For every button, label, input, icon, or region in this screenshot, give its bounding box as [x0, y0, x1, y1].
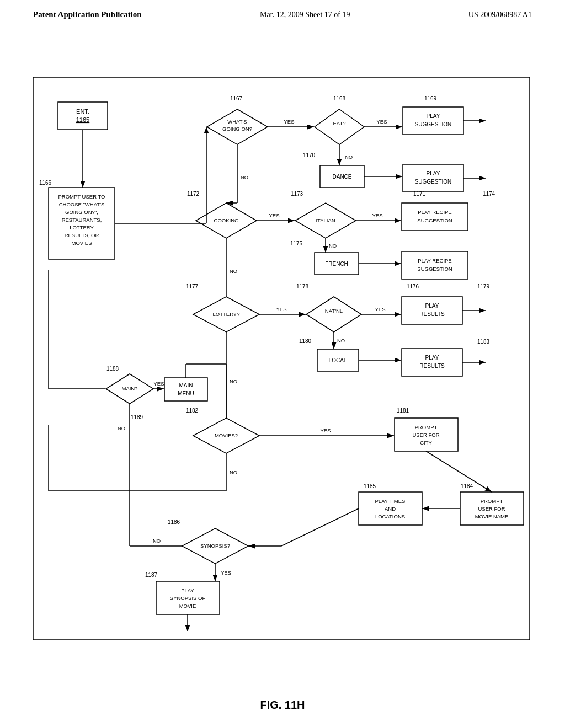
svg-text:MOVIE: MOVIE: [179, 603, 196, 609]
svg-text:SUGGESTION: SUGGESTION: [417, 217, 452, 223]
svg-text:YES: YES: [284, 119, 294, 125]
svg-text:1175: 1175: [290, 240, 303, 247]
svg-text:1171: 1171: [413, 191, 426, 197]
svg-text:1165: 1165: [76, 116, 89, 123]
svg-text:1170: 1170: [303, 152, 316, 158]
svg-text:1169: 1169: [424, 95, 437, 101]
svg-text:YES: YES: [269, 212, 279, 218]
svg-text:NO: NO: [153, 538, 161, 544]
svg-text:1168: 1168: [333, 95, 346, 101]
svg-text:DANCE: DANCE: [332, 174, 351, 180]
svg-text:PLAY: PLAY: [425, 303, 439, 309]
svg-text:PROMPT: PROMPT: [415, 424, 438, 430]
svg-text:RESULTS: RESULTS: [419, 363, 445, 369]
figure-label: FIG. 11H: [260, 699, 305, 711]
svg-rect-22: [403, 107, 463, 135]
svg-text:1188: 1188: [106, 366, 119, 372]
svg-text:1174: 1174: [483, 191, 495, 197]
svg-text:CHOOSE "WHAT'S: CHOOSE "WHAT'S: [59, 201, 105, 207]
svg-text:PLAY: PLAY: [427, 113, 440, 119]
svg-text:NAT'NL: NAT'NL: [325, 308, 343, 314]
svg-line-147: [426, 451, 492, 492]
flowchart-svg: ENT. 1165 1166 PROMPT USER TO CHOOSE "WH…: [28, 72, 535, 651]
svg-text:1189: 1189: [131, 414, 143, 420]
svg-rect-29: [403, 164, 463, 192]
svg-text:USER FOR: USER FOR: [478, 506, 505, 512]
svg-text:1179: 1179: [477, 283, 490, 290]
svg-text:1178: 1178: [296, 283, 309, 290]
svg-text:MENU: MENU: [178, 390, 194, 397]
svg-text:USER FOR: USER FOR: [412, 432, 439, 438]
svg-text:MAIN: MAIN: [179, 382, 193, 388]
svg-rect-66: [402, 349, 462, 376]
svg-text:LOCAL: LOCAL: [329, 357, 347, 363]
svg-text:GOING ON?",: GOING ON?",: [65, 209, 98, 215]
header-publication-type: Patent Application Publication: [33, 10, 142, 19]
svg-text:EAT?: EAT?: [333, 120, 345, 126]
svg-text:COOKING: COOKING: [214, 217, 239, 223]
svg-text:MOVIES?: MOVIES?: [215, 432, 238, 438]
svg-text:NO: NO: [337, 338, 345, 344]
svg-text:NO: NO: [230, 378, 237, 384]
svg-text:SYNOPSIS?: SYNOPSIS?: [200, 543, 230, 549]
svg-text:1172: 1172: [187, 191, 200, 197]
svg-text:SYNOPSIS OF: SYNOPSIS OF: [170, 595, 206, 601]
svg-text:GOING ON?: GOING ON?: [222, 126, 252, 132]
svg-text:LOCATIONS: LOCATIONS: [375, 513, 405, 520]
svg-rect-47: [402, 251, 468, 279]
svg-text:LOTTERY: LOTTERY: [70, 224, 94, 231]
svg-text:MAIN?: MAIN?: [121, 386, 137, 392]
svg-text:PROMPT USER TO: PROMPT USER TO: [58, 194, 105, 200]
svg-text:NO: NO: [230, 268, 237, 274]
svg-text:1181: 1181: [397, 408, 409, 414]
svg-rect-41: [402, 203, 468, 231]
svg-rect-2: [58, 102, 108, 130]
svg-text:PLAY RECIPE: PLAY RECIPE: [418, 209, 451, 215]
svg-text:PLAY RECIPE: PLAY RECIPE: [418, 258, 451, 264]
svg-text:RESULTS, OR: RESULTS, OR: [65, 232, 99, 238]
svg-text:LOTTERY?: LOTTERY?: [213, 311, 240, 317]
svg-text:1176: 1176: [407, 283, 419, 290]
svg-text:YES: YES: [372, 212, 382, 218]
svg-text:1182: 1182: [186, 408, 199, 414]
svg-text:1177: 1177: [186, 283, 199, 290]
svg-text:RESTAURANTS,: RESTAURANTS,: [62, 217, 102, 223]
svg-text:NO: NO: [345, 154, 353, 160]
svg-text:ITALIAN: ITALIAN: [316, 217, 335, 223]
svg-text:SUGGESTION: SUGGESTION: [415, 121, 452, 127]
header-patent-number: US 2009/068987 A1: [468, 10, 532, 19]
svg-text:MOVIE NAME: MOVIE NAME: [475, 513, 509, 520]
svg-text:CITY: CITY: [420, 440, 432, 446]
svg-rect-73: [164, 378, 207, 401]
svg-text:ENT.: ENT.: [76, 108, 89, 115]
svg-line-149: [281, 508, 359, 546]
svg-text:PROMPT: PROMPT: [481, 498, 503, 504]
svg-text:YES: YES: [153, 381, 164, 387]
svg-text:1180: 1180: [299, 338, 312, 344]
svg-text:YES: YES: [375, 306, 385, 312]
svg-text:MOVIES: MOVIES: [72, 240, 92, 246]
svg-text:RESULTS: RESULTS: [419, 311, 445, 317]
svg-text:PLAY: PLAY: [425, 355, 439, 361]
svg-text:PLAY TIMES: PLAY TIMES: [375, 498, 406, 504]
svg-text:SUGGESTION: SUGGESTION: [415, 179, 452, 185]
svg-text:1166: 1166: [39, 180, 52, 186]
svg-text:YES: YES: [221, 570, 231, 576]
svg-text:NO: NO: [230, 469, 237, 475]
svg-text:1173: 1173: [291, 191, 303, 197]
header-date-sheet: Mar. 12, 2009 Sheet 17 of 19: [260, 10, 350, 19]
svg-text:1183: 1183: [477, 339, 490, 345]
svg-text:YES: YES: [320, 427, 331, 433]
svg-text:NO: NO: [329, 243, 337, 249]
svg-text:1184: 1184: [461, 483, 473, 489]
svg-text:YES: YES: [376, 119, 387, 125]
page-header: Patent Application Publication Mar. 12, …: [0, 0, 565, 19]
svg-rect-58: [402, 297, 462, 324]
svg-text:1185: 1185: [364, 483, 376, 489]
svg-text:1187: 1187: [145, 572, 158, 578]
flowchart-diagram: ENT. 1165 1166 PROMPT USER TO CHOOSE "WH…: [28, 72, 535, 651]
svg-marker-54: [306, 297, 361, 332]
svg-text:NO: NO: [118, 425, 125, 431]
svg-text:SUGGESTION: SUGGESTION: [417, 266, 452, 272]
svg-rect-1: [33, 77, 530, 640]
